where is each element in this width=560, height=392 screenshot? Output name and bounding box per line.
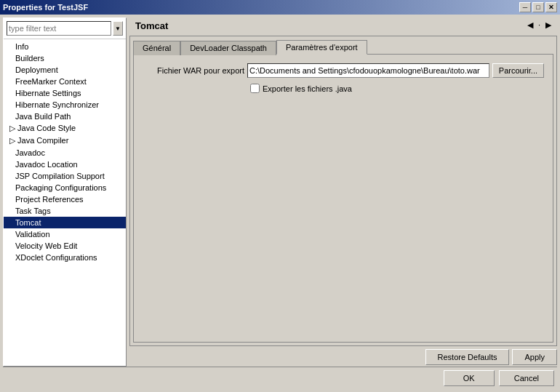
title-bar: Properties for TestJSF ─ □ ✕ xyxy=(0,0,560,15)
tree-item-tomcat[interactable]: Tomcat xyxy=(4,217,126,228)
tree-item-java-build-path[interactable]: Java Build Path xyxy=(4,111,126,122)
tree-item-project-references[interactable]: Project References xyxy=(4,193,126,205)
tree-item-xdoclet[interactable]: XDoclet Configurations xyxy=(4,252,126,263)
main-container: ▼ InfoBuildersDeploymentFreeMarker Conte… xyxy=(0,15,560,392)
filter-dropdown[interactable]: ▼ xyxy=(113,21,123,36)
tree-item-freemaker[interactable]: FreeMarker Context xyxy=(4,76,126,87)
maximize-button[interactable]: □ xyxy=(532,2,544,12)
window-controls: ─ □ ✕ xyxy=(519,2,557,12)
back-button[interactable]: ◀ xyxy=(527,20,533,29)
tree-item-javadoc-location[interactable]: Javadoc Location xyxy=(4,159,126,170)
bottom-bar: Restore Defaults Apply xyxy=(129,346,557,367)
restore-defaults-button[interactable]: Restore Defaults xyxy=(425,349,510,365)
apply-button[interactable]: Apply xyxy=(512,349,557,365)
tab-devloader[interactable]: DevLoader Classpath xyxy=(180,41,276,55)
tree-item-javadoc[interactable]: Javadoc xyxy=(4,147,126,159)
tree-item-builders[interactable]: Builders xyxy=(4,52,126,64)
tree-item-hibernate-sync[interactable]: Hibernate Synchronizer xyxy=(4,99,126,111)
export-java-checkbox[interactable] xyxy=(250,84,260,93)
war-input[interactable] xyxy=(247,63,489,78)
tree-item-java-code-style[interactable]: ▷ Java Code Style xyxy=(4,122,126,135)
tab-content: Fichier WAR pour export Parcourir... Exp… xyxy=(133,54,553,343)
panel-title: Tomcat xyxy=(135,20,168,31)
close-button[interactable]: ✕ xyxy=(545,2,557,12)
dialog-bottom: OK Cancel xyxy=(3,367,557,389)
war-label: Fichier WAR pour export xyxy=(143,66,244,75)
filter-row: ▼ xyxy=(4,18,126,39)
tab-bar: GénéralDevLoader ClasspathParamètres d'e… xyxy=(133,39,553,54)
browse-button[interactable]: Parcourir... xyxy=(492,63,544,78)
tree-item-info[interactable]: Info xyxy=(4,41,126,52)
filter-input[interactable] xyxy=(7,21,111,36)
separator: · xyxy=(538,20,540,29)
forward-button[interactable]: ▶ xyxy=(545,20,551,29)
tree-item-velocity-web-edit[interactable]: Velocity Web Edit xyxy=(4,240,126,252)
tree-item-validation[interactable]: Validation xyxy=(4,228,126,240)
tree-item-hibernate-settings[interactable]: Hibernate Settings xyxy=(4,87,126,99)
content-area: ▼ InfoBuildersDeploymentFreeMarker Conte… xyxy=(3,17,557,367)
right-panel: GénéralDevLoader ClasspathParamètres d'e… xyxy=(129,36,557,367)
window-title: Properties for TestJSF xyxy=(3,3,88,12)
tree-item-task-tags[interactable]: Task Tags xyxy=(4,205,126,217)
minimize-button[interactable]: ─ xyxy=(519,2,531,12)
tree-list: InfoBuildersDeploymentFreeMarker Context… xyxy=(4,39,126,366)
tree-item-deployment[interactable]: Deployment xyxy=(4,64,126,76)
right-panel-wrapper: Tomcat ◀ · ▶ GénéralDevLoader ClasspathP… xyxy=(129,17,557,367)
panel-header: Tomcat ◀ · ▶ xyxy=(129,17,557,36)
panel-body: GénéralDevLoader ClasspathParamètres d'e… xyxy=(129,36,557,346)
tab-export-params[interactable]: Paramètres d'export xyxy=(276,40,367,55)
export-java-row: Exporter les fichiers .java xyxy=(250,84,544,93)
war-form-row: Fichier WAR pour export Parcourir... xyxy=(143,63,544,78)
tab-general[interactable]: Général xyxy=(133,41,180,55)
ok-button[interactable]: OK xyxy=(444,370,495,386)
export-java-label: Exporter les fichiers .java xyxy=(263,84,352,93)
cancel-button[interactable]: Cancel xyxy=(499,370,554,386)
tree-item-packaging-conf[interactable]: Packaging Configurations xyxy=(4,182,126,193)
left-panel: ▼ InfoBuildersDeploymentFreeMarker Conte… xyxy=(3,17,127,367)
tree-item-java-compiler[interactable]: ▷ Java Compiler xyxy=(4,135,126,147)
tree-item-jsp-compilation[interactable]: JSP Compilation Support xyxy=(4,170,126,182)
